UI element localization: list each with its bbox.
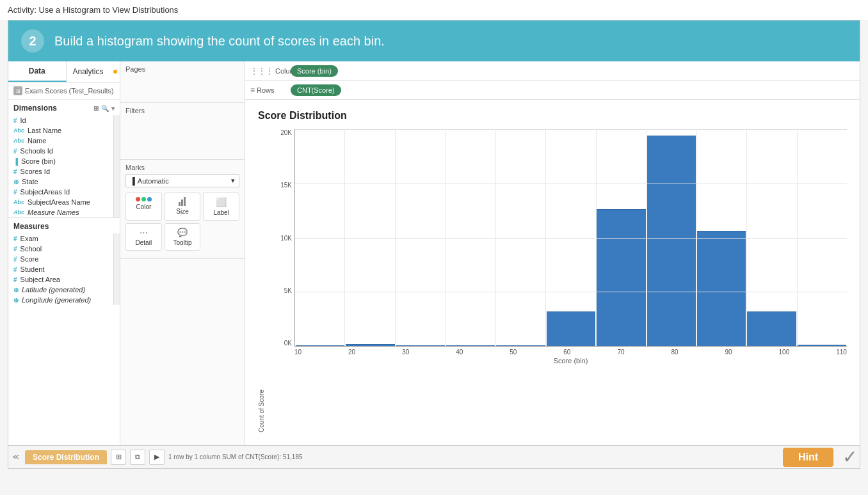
- expand-icon[interactable]: ≪: [11, 452, 21, 462]
- field-label: Name: [28, 137, 46, 145]
- field-measure-names[interactable]: Abc Measure Names: [8, 207, 113, 217]
- bar-20[interactable]: [345, 129, 395, 346]
- chart-area: Score Distribution Count of Score 20K 15…: [245, 100, 860, 445]
- y-tick: 0K: [284, 340, 292, 347]
- x-axis-label: Score (bin): [294, 357, 847, 365]
- measures-list: # Exam # School # Score #: [8, 233, 113, 305]
- bar-110[interactable]: [797, 129, 847, 346]
- hash-icon: #: [13, 276, 17, 283]
- hash-icon: #: [13, 246, 17, 253]
- hint-button[interactable]: Hint: [783, 448, 833, 467]
- dimensions-scrollbar[interactable]: [113, 115, 120, 217]
- pages-section: Pages: [120, 61, 245, 103]
- field-score[interactable]: # Score: [8, 254, 113, 264]
- hash-icon: #: [13, 235, 17, 242]
- data-source-name: Exam Scores (Test_Results): [25, 87, 114, 95]
- bar-60[interactable]: [546, 129, 596, 346]
- data-source[interactable]: ⊞ Exam Scores (Test_Results): [8, 82, 120, 100]
- y-tick: 5K: [284, 287, 292, 294]
- label-icon: ⬜: [216, 197, 227, 207]
- field-label: State: [22, 178, 38, 185]
- field-schools-id[interactable]: # Schools Id: [8, 146, 113, 156]
- bar-30[interactable]: [396, 129, 446, 346]
- bar-chart-icon: ▐: [130, 177, 135, 185]
- field-id[interactable]: # Id: [8, 115, 113, 125]
- columns-pill[interactable]: Score (bin): [291, 65, 338, 77]
- field-score-bin[interactable]: ▐ Score (bin): [8, 156, 113, 166]
- grid-icon[interactable]: ⊞: [93, 105, 99, 112]
- dimensions-icons: ⊞ 🔍 ▾: [93, 105, 115, 112]
- tooltip-button[interactable]: 💬 Tooltip: [165, 223, 201, 251]
- present-button[interactable]: ▶: [149, 450, 165, 465]
- bar-70[interactable]: [596, 129, 646, 346]
- field-name[interactable]: Abc Name: [8, 136, 113, 146]
- hash-icon: #: [13, 117, 17, 124]
- columns-shelf: ⋮⋮⋮ Columns Score (bin): [245, 61, 860, 81]
- x-tick: 110: [836, 349, 847, 356]
- field-label: Student: [20, 265, 45, 273]
- field-label: Score: [20, 255, 39, 263]
- abc-icon: Abc: [13, 199, 24, 205]
- bar-80[interactable]: [647, 129, 696, 346]
- field-latitude[interactable]: ⊕ Latitude (generated): [8, 285, 113, 295]
- bar-50[interactable]: [495, 129, 545, 346]
- x-axis-ticks: 10 20 30 40 50 60 70 80 90 100 110: [294, 347, 847, 356]
- bar-100[interactable]: [746, 129, 796, 346]
- rows-icon: ≡: [250, 86, 255, 95]
- filters-empty: [125, 117, 239, 155]
- field-longitude[interactable]: ⊕ Longitude (generated): [8, 295, 113, 305]
- expand-icon[interactable]: ▾: [111, 105, 115, 112]
- y-tick: 20K: [280, 129, 292, 136]
- pages-empty: [125, 75, 239, 98]
- field-label: Exam: [20, 235, 38, 242]
- bars-area: [294, 129, 847, 347]
- x-tick: 100: [779, 349, 790, 356]
- field-label: Measure Names: [28, 208, 79, 216]
- marks-type-dropdown[interactable]: ▐ Automatic ▾: [125, 174, 239, 187]
- chart-container: Count of Score 20K 15K 10K 5K 0K: [258, 129, 847, 432]
- y-axis-ticks: 20K 15K 10K 5K 0K: [269, 129, 294, 347]
- duplicate-sheet-button[interactable]: ⧉: [130, 450, 145, 465]
- check-button[interactable]: ✓: [842, 446, 857, 468]
- size-button[interactable]: Size: [165, 192, 201, 221]
- field-label: SubjectAreas Id: [20, 188, 70, 196]
- columns-label: ⋮⋮⋮ Columns: [250, 67, 285, 75]
- bar-40[interactable]: [446, 129, 495, 346]
- tab-data[interactable]: Data: [8, 61, 67, 82]
- detail-button[interactable]: ⋯ Detail: [125, 223, 162, 251]
- field-subject-areas-id[interactable]: # SubjectAreas Id: [8, 187, 113, 197]
- score-distribution-tab[interactable]: Score Distribution: [25, 450, 107, 464]
- add-sheet-button[interactable]: ⊞: [111, 450, 126, 465]
- filters-label: Filters: [125, 107, 239, 114]
- x-tick: 70: [617, 349, 624, 356]
- field-label: Last Name: [28, 127, 61, 134]
- step-banner: 2 Build a histogram showing the count of…: [8, 20, 860, 61]
- rows-shelf: ≡ Rows CNT(Score): [245, 81, 860, 100]
- label-button[interactable]: ⬜ Label: [203, 192, 239, 221]
- hash-icon: #: [13, 256, 17, 263]
- bar-90[interactable]: [696, 129, 746, 346]
- field-exam[interactable]: # Exam: [8, 233, 113, 244]
- rows-pill[interactable]: CNT(Score): [291, 84, 341, 96]
- field-subject-areas-name[interactable]: Abc SubjectAreas Name: [8, 197, 113, 207]
- dimensions-list: # Id Abc Last Name Abc Name # Schools Id: [8, 115, 113, 217]
- tab-analytics[interactable]: Analytics: [67, 61, 120, 82]
- field-scores-id[interactable]: # Scores Id: [8, 166, 113, 177]
- field-school[interactable]: # School: [8, 244, 113, 254]
- field-state[interactable]: ⊕ State: [8, 177, 113, 187]
- x-tick: 20: [348, 349, 355, 356]
- x-tick: 60: [563, 349, 570, 356]
- chart-inner: 20K 15K 10K 5K 0K: [269, 129, 847, 432]
- color-button[interactable]: Color: [125, 192, 162, 221]
- search-icon[interactable]: 🔍: [101, 105, 109, 112]
- measures-scrollbar[interactable]: [113, 233, 120, 305]
- field-label: Schools Id: [20, 147, 53, 155]
- field-subject-area[interactable]: # Subject Area: [8, 274, 113, 285]
- size-icon: [179, 197, 186, 206]
- field-last-name[interactable]: Abc Last Name: [8, 125, 113, 136]
- x-tick: 50: [510, 349, 517, 356]
- pages-label: Pages: [125, 65, 239, 73]
- field-student[interactable]: # Student: [8, 264, 113, 274]
- bar-10[interactable]: [295, 129, 345, 346]
- bars-with-yaxis: 20K 15K 10K 5K 0K: [269, 129, 847, 347]
